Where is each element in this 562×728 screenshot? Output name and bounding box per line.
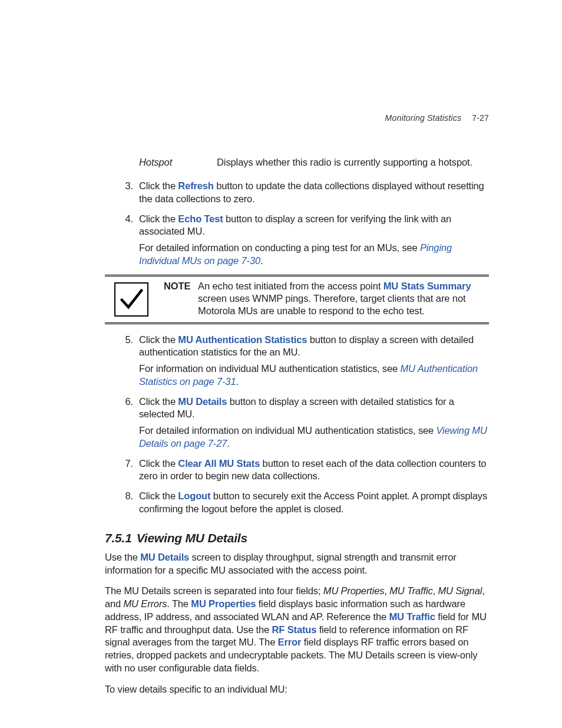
ui-term-mu-details: MU Details [178,396,227,407]
step-number: 7. [121,457,133,470]
step-number: 8. [121,490,133,503]
step-text: Click the Clear All MU Stats button to r… [139,457,489,483]
ui-term-mu-traffic: MU Traffic [389,611,435,622]
document-page: Monitoring Statistics 7-27 Hotspot Displ… [0,0,562,728]
step-text: Click the MU Details button to display a… [139,396,489,421]
step-7: 7. Click the Clear All MU Stats button t… [105,457,489,483]
step-number: 4. [121,213,133,226]
ui-term-mu-properties: MU Properties [191,598,256,609]
ui-term-mu-auth-stats: MU Authentication Statistics [178,334,307,345]
note-callout: NOTE An echo test initiated from the acc… [105,275,489,324]
field-name-mu-signal: MU Signal [438,585,482,596]
header-page-number: 7-27 [472,113,489,123]
section-title: Viewing MU Details [137,531,247,545]
step-text: Click the Echo Test button to display a … [139,213,489,239]
paragraph: Use the MU Details screen to display thr… [105,551,489,577]
field-name-mu-traffic: MU Traffic [389,585,432,596]
step-8: 8. Click the Logout button to securely e… [105,490,489,516]
definition-value: Displays whether this radio is currently… [217,157,489,168]
ui-term-rf-status: RF Status [272,624,317,635]
ui-term-mu-stats-summary: MU Stats Summary [384,281,471,291]
ui-term-mu-details: MU Details [140,552,189,562]
step-list-continued: 5. Click the MU Authentication Statistic… [105,334,489,516]
step-text: Click the Refresh button to update the d… [139,180,489,206]
ui-term-logout: Logout [178,490,210,501]
step-number: 5. [121,334,133,347]
paragraph: To view details specific to an individua… [105,683,489,696]
step-text: Click the MU Authentication Statistics b… [139,334,489,360]
step-4: 4. Click the Echo Test button to display… [105,213,489,268]
ui-term-refresh: Refresh [178,180,213,191]
checkmark-icon [114,282,148,317]
field-name-mu-errors: MU Errors [124,598,167,609]
section-heading: 7.5.1Viewing MU Details [105,531,489,545]
section-number: 7.5.1 [105,531,132,545]
note-body: NOTE An echo test initiated from the acc… [164,280,489,317]
page-header: Monitoring Statistics 7-27 [385,113,489,123]
step-6: 6. Click the MU Details button to displa… [105,396,489,450]
step-3: 3. Click the Refresh button to update th… [105,180,489,206]
step-text-secondary: For information on individual MU authent… [139,363,489,388]
note-text: An echo test initiated from the access p… [198,280,489,317]
ui-term-echo-test: Echo Test [178,213,223,224]
field-name-mu-properties: MU Properties [323,585,385,596]
ui-term-clear-all-mu-stats: Clear All MU Stats [178,458,260,469]
content-body: Hotspot Displays whether this radio is c… [105,157,489,696]
step-text: Click the Logout button to securely exit… [139,490,489,516]
definition-key: Hotspot [139,157,217,168]
step-5: 5. Click the MU Authentication Statistic… [105,334,489,388]
step-number: 6. [121,396,133,409]
note-label: NOTE [164,280,198,317]
paragraph: The MU Details screen is separated into … [105,585,489,674]
header-title: Monitoring Statistics [385,113,461,123]
ui-term-error: Error [278,637,302,647]
step-number: 3. [121,180,133,193]
definition-row-hotspot: Hotspot Displays whether this radio is c… [139,157,489,168]
step-list: 3. Click the Refresh button to update th… [105,180,489,268]
step-text-secondary: For detailed information on individual M… [139,424,489,450]
step-text-secondary: For detailed information on conducting a… [139,242,489,268]
